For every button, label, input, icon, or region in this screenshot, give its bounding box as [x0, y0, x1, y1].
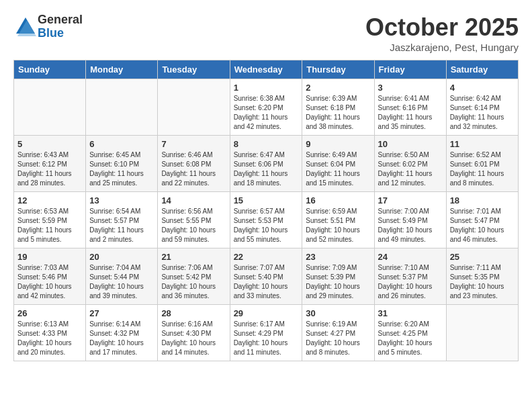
- calendar-cell: 7Sunrise: 6:46 AM Sunset: 6:08 PM Daylig…: [158, 136, 230, 192]
- day-info: Sunrise: 7:10 AM Sunset: 5:37 PM Dayligh…: [378, 263, 443, 301]
- day-info: Sunrise: 6:57 AM Sunset: 5:53 PM Dayligh…: [234, 207, 299, 244]
- title-area: October 2025 Jaszkarajeno, Pest, Hungary: [365, 13, 519, 53]
- day-number: 28: [161, 308, 226, 318]
- calendar-cell: 2Sunrise: 6:39 AM Sunset: 6:18 PM Daylig…: [302, 79, 374, 136]
- weekday-header-wednesday: Wednesday: [230, 60, 302, 79]
- calendar-cell: 4Sunrise: 6:42 AM Sunset: 6:14 PM Daylig…: [446, 79, 518, 136]
- calendar-cell: 26Sunrise: 6:13 AM Sunset: 4:33 PM Dayli…: [14, 305, 86, 361]
- calendar-cell: 10Sunrise: 6:50 AM Sunset: 6:02 PM Dayli…: [374, 136, 446, 192]
- day-number: 16: [306, 195, 370, 205]
- day-number: 27: [89, 308, 154, 318]
- day-info: Sunrise: 6:42 AM Sunset: 6:14 PM Dayligh…: [450, 94, 515, 132]
- calendar-cell: 24Sunrise: 7:10 AM Sunset: 5:37 PM Dayli…: [374, 248, 446, 305]
- calendar-cell: 13Sunrise: 6:54 AM Sunset: 5:57 PM Dayli…: [86, 192, 158, 248]
- calendar-cell: 31Sunrise: 6:20 AM Sunset: 4:25 PM Dayli…: [374, 305, 446, 361]
- day-info: Sunrise: 7:11 AM Sunset: 5:35 PM Dayligh…: [450, 263, 515, 301]
- day-info: Sunrise: 6:43 AM Sunset: 6:12 PM Dayligh…: [17, 150, 82, 188]
- day-number: 30: [306, 308, 370, 318]
- day-number: 7: [161, 139, 226, 149]
- weekday-header-monday: Monday: [86, 60, 158, 79]
- day-info: Sunrise: 7:07 AM Sunset: 5:40 PM Dayligh…: [234, 263, 299, 301]
- calendar-cell: 14Sunrise: 6:56 AM Sunset: 5:55 PM Dayli…: [158, 192, 230, 248]
- day-info: Sunrise: 6:54 AM Sunset: 5:57 PM Dayligh…: [89, 207, 154, 244]
- calendar-week-3: 12Sunrise: 6:53 AM Sunset: 5:59 PM Dayli…: [14, 192, 519, 248]
- day-info: Sunrise: 6:19 AM Sunset: 4:27 PM Dayligh…: [306, 320, 370, 357]
- day-number: 11: [450, 139, 515, 149]
- day-number: 12: [17, 195, 82, 205]
- weekday-header-friday: Friday: [374, 60, 446, 79]
- day-info: Sunrise: 6:52 AM Sunset: 6:01 PM Dayligh…: [450, 150, 515, 188]
- day-number: 23: [306, 252, 370, 262]
- calendar-cell: 28Sunrise: 6:16 AM Sunset: 4:30 PM Dayli…: [158, 305, 230, 361]
- page-header: General Blue October 2025 Jaszkarajeno, …: [13, 13, 519, 53]
- calendar-cell: 18Sunrise: 7:01 AM Sunset: 5:47 PM Dayli…: [446, 192, 518, 248]
- day-number: 3: [378, 83, 443, 93]
- day-info: Sunrise: 6:46 AM Sunset: 6:08 PM Dayligh…: [161, 150, 226, 188]
- day-info: Sunrise: 6:38 AM Sunset: 6:20 PM Dayligh…: [234, 94, 299, 132]
- calendar-cell: 9Sunrise: 6:49 AM Sunset: 6:04 PM Daylig…: [302, 136, 374, 192]
- month-title: October 2025: [365, 13, 519, 42]
- day-number: 21: [161, 252, 226, 262]
- calendar-cell: 19Sunrise: 7:03 AM Sunset: 5:46 PM Dayli…: [14, 248, 86, 305]
- weekday-header-saturday: Saturday: [446, 60, 518, 79]
- weekday-header-sunday: Sunday: [14, 60, 86, 79]
- calendar-cell: 22Sunrise: 7:07 AM Sunset: 5:40 PM Dayli…: [230, 248, 302, 305]
- calendar-cell: 29Sunrise: 6:17 AM Sunset: 4:29 PM Dayli…: [230, 305, 302, 361]
- weekday-header-row: SundayMondayTuesdayWednesdayThursdayFrid…: [14, 60, 519, 79]
- weekday-header-tuesday: Tuesday: [158, 60, 230, 79]
- day-info: Sunrise: 7:03 AM Sunset: 5:46 PM Dayligh…: [17, 263, 82, 301]
- day-number: 2: [306, 83, 370, 93]
- day-number: 26: [17, 308, 82, 318]
- logo-icon: [13, 15, 38, 39]
- day-info: Sunrise: 6:39 AM Sunset: 6:18 PM Dayligh…: [306, 94, 370, 132]
- day-info: Sunrise: 7:04 AM Sunset: 5:44 PM Dayligh…: [89, 263, 154, 301]
- day-number: 15: [234, 195, 299, 205]
- calendar-table: SundayMondayTuesdayWednesdayThursdayFrid…: [13, 60, 519, 361]
- calendar-cell: 11Sunrise: 6:52 AM Sunset: 6:01 PM Dayli…: [446, 136, 518, 192]
- calendar-cell: 12Sunrise: 6:53 AM Sunset: 5:59 PM Dayli…: [14, 192, 86, 248]
- day-number: 4: [450, 83, 515, 93]
- day-info: Sunrise: 6:59 AM Sunset: 5:51 PM Dayligh…: [306, 207, 370, 244]
- day-number: 9: [306, 139, 370, 149]
- calendar-week-1: 1Sunrise: 6:38 AM Sunset: 6:20 PM Daylig…: [14, 79, 519, 136]
- day-info: Sunrise: 6:47 AM Sunset: 6:06 PM Dayligh…: [234, 150, 299, 188]
- day-number: 18: [450, 195, 515, 205]
- day-info: Sunrise: 7:09 AM Sunset: 5:39 PM Dayligh…: [306, 263, 370, 301]
- day-number: 31: [378, 308, 443, 318]
- day-info: Sunrise: 6:20 AM Sunset: 4:25 PM Dayligh…: [378, 320, 443, 357]
- logo-text: General Blue: [38, 13, 83, 40]
- calendar-cell: [446, 305, 518, 361]
- calendar-cell: 20Sunrise: 7:04 AM Sunset: 5:44 PM Dayli…: [86, 248, 158, 305]
- day-info: Sunrise: 6:50 AM Sunset: 6:02 PM Dayligh…: [378, 150, 443, 188]
- calendar-week-4: 19Sunrise: 7:03 AM Sunset: 5:46 PM Dayli…: [14, 248, 519, 305]
- day-info: Sunrise: 6:49 AM Sunset: 6:04 PM Dayligh…: [306, 150, 370, 188]
- day-info: Sunrise: 6:17 AM Sunset: 4:29 PM Dayligh…: [234, 320, 299, 357]
- day-number: 1: [234, 83, 299, 93]
- day-number: 17: [378, 195, 443, 205]
- day-info: Sunrise: 6:14 AM Sunset: 4:32 PM Dayligh…: [89, 320, 154, 357]
- day-info: Sunrise: 7:06 AM Sunset: 5:42 PM Dayligh…: [161, 263, 226, 301]
- calendar-cell: 8Sunrise: 6:47 AM Sunset: 6:06 PM Daylig…: [230, 136, 302, 192]
- day-info: Sunrise: 7:01 AM Sunset: 5:47 PM Dayligh…: [450, 207, 515, 244]
- calendar-cell: 15Sunrise: 6:57 AM Sunset: 5:53 PM Dayli…: [230, 192, 302, 248]
- day-info: Sunrise: 7:00 AM Sunset: 5:49 PM Dayligh…: [378, 207, 443, 244]
- day-number: 25: [450, 252, 515, 262]
- day-number: 22: [234, 252, 299, 262]
- day-info: Sunrise: 6:16 AM Sunset: 4:30 PM Dayligh…: [161, 320, 226, 357]
- day-info: Sunrise: 6:53 AM Sunset: 5:59 PM Dayligh…: [17, 207, 82, 244]
- day-number: 20: [89, 252, 154, 262]
- day-info: Sunrise: 6:13 AM Sunset: 4:33 PM Dayligh…: [17, 320, 82, 357]
- day-number: 10: [378, 139, 443, 149]
- calendar-cell: 27Sunrise: 6:14 AM Sunset: 4:32 PM Dayli…: [86, 305, 158, 361]
- logo-general: General: [38, 13, 83, 27]
- calendar-cell: 21Sunrise: 7:06 AM Sunset: 5:42 PM Dayli…: [158, 248, 230, 305]
- day-info: Sunrise: 6:41 AM Sunset: 6:16 PM Dayligh…: [378, 94, 443, 132]
- day-number: 8: [234, 139, 299, 149]
- calendar-cell: [14, 79, 86, 136]
- calendar-cell: 16Sunrise: 6:59 AM Sunset: 5:51 PM Dayli…: [302, 192, 374, 248]
- subtitle: Jaszkarajeno, Pest, Hungary: [365, 42, 519, 53]
- calendar-week-2: 5Sunrise: 6:43 AM Sunset: 6:12 PM Daylig…: [14, 136, 519, 192]
- day-number: 13: [89, 195, 154, 205]
- day-info: Sunrise: 6:45 AM Sunset: 6:10 PM Dayligh…: [89, 150, 154, 188]
- calendar-cell: [158, 79, 230, 136]
